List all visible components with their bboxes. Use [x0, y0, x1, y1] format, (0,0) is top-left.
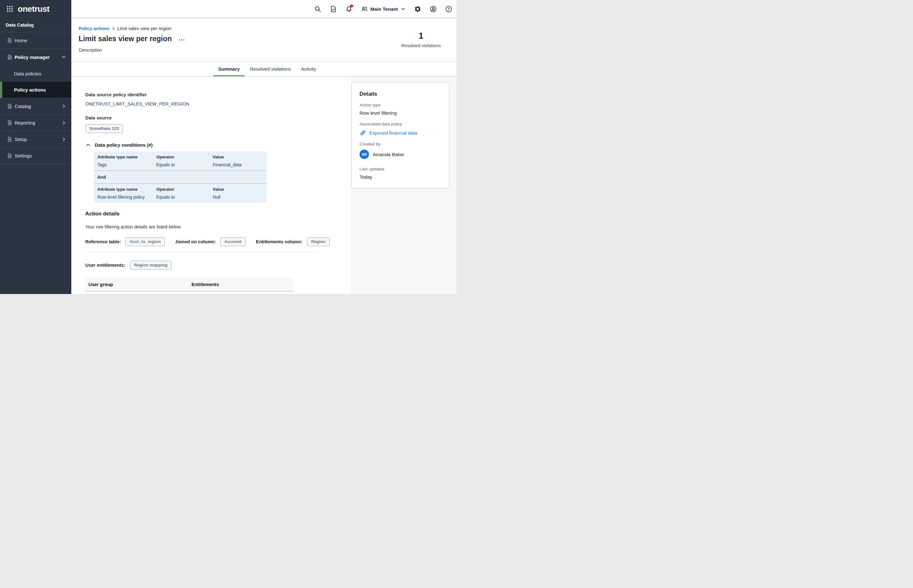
- brand-bar: onetrust: [0, 0, 71, 18]
- condition-operator: Equals to: [156, 194, 213, 200]
- joined-on-column-label: Joined on column:: [175, 239, 216, 244]
- condition-attribute: Row level filtering policy: [97, 194, 156, 200]
- identifier-value: ONETRUST_LIMIT_SALES_VIEW_PER_REGION: [85, 101, 351, 107]
- chevron-down-icon: [61, 55, 66, 60]
- avatar: AB: [359, 150, 369, 159]
- sidebar-item-home[interactable]: Home: [0, 32, 71, 49]
- action-details-title: Action details: [85, 210, 351, 217]
- breadcrumb-parent-link[interactable]: Policy actions: [79, 26, 110, 31]
- data-source-chip: Snowflake 123: [85, 124, 123, 133]
- associated-policy-label: Associated data policy: [359, 121, 441, 127]
- settings-gear-icon[interactable]: [414, 5, 421, 13]
- condition-operator: Equals to: [156, 162, 213, 168]
- tab-resolved-violations[interactable]: Resolved violations: [245, 61, 296, 76]
- action-type-label: Action type: [359, 102, 441, 108]
- created-by-name: Amanda Baker: [373, 152, 404, 157]
- condition-row: Attribute type nameRow level filtering p…: [94, 184, 267, 203]
- last-updated-label: Last updated: [359, 166, 441, 172]
- summary-tab-content: Data source policy identifier ONETRUST_L…: [71, 76, 351, 294]
- document-icon: [7, 120, 12, 126]
- action-details-subtitle: Your row filtering action details are li…: [85, 224, 351, 230]
- sidebar: onetrust Data Catalog Home Policy manage…: [0, 0, 71, 294]
- tab-summary[interactable]: Summary: [213, 61, 245, 76]
- entitlements-column-label: Entitlements column:: [256, 239, 303, 244]
- chevron-right-icon: [62, 104, 66, 109]
- document-check-icon[interactable]: [330, 5, 337, 13]
- document-icon: [7, 153, 12, 158]
- breadcrumb: Policy actions > Limit sales view per re…: [79, 26, 172, 31]
- notification-dot: [350, 5, 353, 8]
- created-by-label: Created by: [359, 141, 441, 147]
- entitlements-table-header: User group Entitlements: [85, 278, 293, 292]
- chevron-down-icon: [400, 6, 406, 12]
- associated-policy-link[interactable]: Exposed financial data: [369, 130, 417, 136]
- topbar: Main Tenant ?: [71, 0, 456, 18]
- document-icon: [7, 38, 12, 43]
- identifier-label: Data source policy identifier: [85, 92, 351, 98]
- tab-activity[interactable]: Activity: [296, 61, 321, 76]
- last-updated-value: Today: [359, 174, 441, 180]
- sidebar-item-policy-actions[interactable]: Policy actions: [0, 82, 71, 98]
- document-icon: [7, 137, 12, 142]
- conditions-title: Data policy conditions (#): [95, 142, 153, 148]
- joined-on-column-chip: Account: [220, 237, 246, 246]
- action-details-fields: Reference table: Acct_to_region Joined o…: [85, 237, 351, 246]
- link-chain-icon: [359, 129, 366, 136]
- resolved-violations-count: 1: [393, 31, 449, 41]
- user-entitlements-label: User entitlements:: [85, 263, 126, 268]
- sidebar-item-reporting[interactable]: Reporting: [0, 115, 71, 131]
- page-header: Policy actions > Limit sales view per re…: [71, 18, 456, 61]
- breadcrumb-separator: >: [112, 26, 115, 31]
- app-launcher-grid-icon[interactable]: [6, 5, 14, 13]
- user-group-column-header: User group: [89, 282, 191, 287]
- description-label: Description: [79, 47, 102, 53]
- sidebar-item-catalog[interactable]: Catalog: [0, 98, 71, 115]
- title-more-menu-icon[interactable]: [178, 37, 185, 41]
- condition-value: Financial_data: [213, 162, 263, 168]
- entitlements-column-header: Entitlements: [191, 282, 293, 287]
- app-window: onetrust Data Catalog Home Policy manage…: [0, 0, 456, 294]
- details-panel: Details Action type Row level filtering …: [351, 82, 449, 188]
- notifications-bell-icon[interactable]: [345, 5, 353, 13]
- conditions-table: Attribute type nameTags OperatorEquals t…: [94, 152, 267, 203]
- resolved-violations-label: Resolved violations: [393, 43, 449, 48]
- condition-conjunction: And: [94, 171, 267, 183]
- help-icon[interactable]: ?: [445, 5, 452, 13]
- resolved-violations-summary: 1 Resolved violations: [393, 31, 449, 48]
- chevron-right-icon: [62, 137, 66, 142]
- account-icon[interactable]: [429, 5, 437, 13]
- reference-table-label: Reference table:: [85, 239, 121, 244]
- search-icon[interactable]: [314, 5, 321, 13]
- tenant-switcher[interactable]: Main Tenant: [361, 5, 406, 13]
- svg-text:?: ?: [448, 6, 450, 11]
- breadcrumb-current: Limit sales view per region: [117, 26, 172, 31]
- sidebar-nav: Home Policy manager Data policies Policy…: [0, 32, 71, 164]
- right-rail: Details Action type Row level filtering …: [351, 76, 456, 294]
- sidebar-item-data-policies[interactable]: Data policies: [0, 65, 71, 82]
- condition-attribute: Tags: [97, 162, 156, 168]
- conditions-collapse-icon[interactable]: [85, 142, 91, 148]
- document-icon: [7, 55, 12, 60]
- chevron-right-icon: [62, 120, 66, 125]
- sidebar-item-setup[interactable]: Setup: [0, 131, 71, 148]
- users-icon: [361, 5, 368, 13]
- details-title: Details: [359, 90, 441, 98]
- document-icon: [7, 103, 12, 109]
- tenant-label: Main Tenant: [371, 6, 398, 12]
- sidebar-item-policy-manager[interactable]: Policy manager: [0, 49, 71, 65]
- page-title: Limit sales view per region: [79, 34, 172, 43]
- product-title: Data Catalog: [0, 18, 71, 32]
- onetrust-logo: onetrust: [18, 4, 49, 14]
- condition-value: Null: [213, 194, 263, 200]
- tab-bar: Summary Resolved violations Activity: [71, 61, 456, 76]
- sidebar-item-settings[interactable]: Settings: [0, 148, 71, 164]
- user-entitlements-chip: Region mapping: [130, 261, 172, 270]
- action-type-value: Row level filtering: [359, 110, 441, 116]
- entitlements-column-chip: Region: [307, 237, 330, 246]
- condition-row: Attribute type nameTags OperatorEquals t…: [94, 152, 267, 170]
- data-source-label: Data source: [85, 115, 351, 121]
- reference-table-chip: Acct_to_region: [126, 237, 165, 246]
